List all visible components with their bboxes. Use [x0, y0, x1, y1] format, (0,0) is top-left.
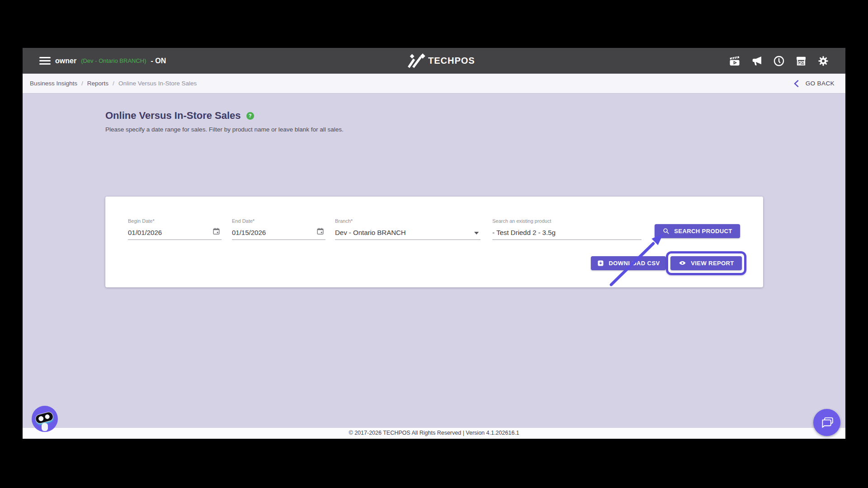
clock-icon[interactable] [771, 53, 786, 68]
robot-body [42, 423, 48, 431]
app-window: owner (Dev - Ontario BRANCH) - ON TECHPO… [23, 48, 845, 439]
begin-date-label: Begin Date* [128, 218, 222, 224]
product-search-label: Search an existing product [492, 218, 642, 224]
techpos-logo: TECHPOS [407, 48, 475, 74]
app-header: owner (Dev - Ontario BRANCH) - ON TECHPO… [23, 48, 845, 74]
product-search-field: Search an existing product - Test Driedd… [492, 218, 642, 240]
page-title: Online Versus In-Store Sales [105, 110, 241, 122]
gear-icon[interactable] [816, 53, 830, 68]
branch-label: (Dev - Ontario BRANCH) [81, 57, 146, 64]
page-subtitle: Please specify a date range for sales. F… [105, 126, 344, 133]
techpos-logo-icon [407, 53, 427, 69]
branch-value: Dev - Ontario BRANCH [335, 229, 406, 236]
header-left: owner (Dev - Ontario BRANCH) - ON [23, 57, 166, 65]
product-search-value: - Test Driedd 2 - 3.5g [492, 229, 556, 236]
begin-date-field: Begin Date* 01/01/2026 [128, 218, 222, 240]
header-toolbar [727, 48, 830, 74]
megaphone-icon[interactable] [749, 53, 764, 68]
calendar-icon[interactable] [212, 227, 221, 237]
content-area: Online Versus In-Store Sales ? Please sp… [23, 94, 845, 428]
view-report-button[interactable]: VIEW REPORT [670, 256, 742, 270]
branch-select[interactable]: Dev - Ontario BRANCH [335, 228, 481, 240]
go-back-label: GO BACK [806, 80, 835, 87]
end-date-label: End Date* [232, 218, 326, 224]
search-product-label: SEARCH PRODUCT [674, 228, 732, 235]
branch-label: Branch* [335, 218, 481, 224]
view-report-label: VIEW REPORT [691, 260, 734, 267]
product-search-input[interactable]: - Test Driedd 2 - 3.5g [492, 228, 642, 240]
breadcrumb-business-insights[interactable]: Business Insights [30, 80, 77, 87]
breadcrumb: Business Insights / Reports / Online Ver… [30, 80, 197, 87]
breadcrumb-separator: / [81, 80, 83, 87]
end-date-value: 01/15/2026 [232, 229, 266, 236]
breadcrumb-separator: / [113, 80, 114, 87]
chat-bubbles-icon [820, 415, 834, 430]
copyright-text: © 2017-2026 TECHPOS All Rights Reserved … [349, 430, 519, 436]
breadcrumb-bar: Business Insights / Reports / Online Ver… [23, 74, 845, 94]
branch-field: Branch* Dev - Ontario BRANCH [335, 218, 481, 240]
chat-button[interactable] [813, 409, 840, 436]
begin-date-input[interactable]: 01/01/2026 [128, 228, 222, 240]
logo-text: TECHPOS [428, 56, 475, 66]
download-icon [597, 259, 604, 267]
go-back-button[interactable]: GO BACK [793, 80, 835, 87]
help-icon[interactable]: ? [246, 112, 254, 120]
begin-date-value: 01/01/2026 [128, 229, 162, 236]
calendar-icon[interactable] [316, 227, 325, 237]
app-footer: © 2017-2026 TECHPOS All Rights Reserved … [23, 428, 845, 439]
download-csv-label: DOWNLOAD CSV [609, 260, 660, 267]
breadcrumb-reports[interactable]: Reports [87, 80, 108, 87]
clapperboard-icon[interactable] [727, 53, 742, 68]
chevron-left-icon [793, 80, 799, 87]
breadcrumb-current-page: Online Versus In-Store Sales [118, 80, 197, 87]
end-date-field: End Date* 01/15/2026 [232, 218, 326, 240]
download-csv-button[interactable]: DOWNLOAD CSV [591, 256, 666, 270]
end-date-input[interactable]: 01/15/2026 [232, 228, 326, 240]
chatbot-mascot-button[interactable] [32, 406, 58, 432]
report-filter-card: Begin Date* 01/01/2026 End Date* [105, 197, 763, 287]
hamburger-menu-icon[interactable] [39, 57, 51, 65]
search-product-button[interactable]: SEARCH PRODUCT [655, 224, 740, 238]
eye-icon [678, 259, 687, 267]
storefront-icon[interactable] [793, 53, 808, 68]
user-label: owner [55, 57, 76, 65]
dropdown-caret-icon [474, 232, 479, 235]
search-icon [662, 227, 670, 235]
region-label: - ON [151, 57, 166, 65]
